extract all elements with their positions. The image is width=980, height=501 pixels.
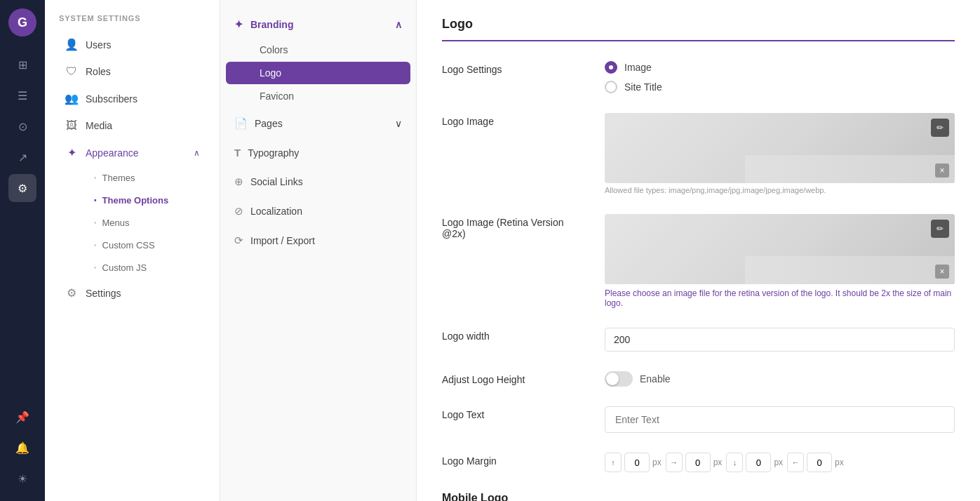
margin-left-arrow[interactable]: ←: [787, 453, 804, 472]
social-links-header[interactable]: ⊕ Social Links: [220, 168, 416, 195]
themes-label: Themes: [102, 173, 135, 183]
typography-header[interactable]: T Typography: [220, 140, 416, 166]
localization-icon: ⊘: [234, 205, 243, 218]
sidebar-item-media[interactable]: 🖼 Media: [51, 112, 214, 139]
margin-left-unit: px: [835, 457, 844, 467]
import-export-section: ⟳ Import / Export: [220, 227, 416, 254]
search-icon[interactable]: ⊙: [8, 112, 36, 140]
radio-image-circle: [605, 61, 617, 74]
logo-image-allowed-types: Allowed file types: image/png,image/jpg,…: [605, 186, 955, 194]
typography-label: Typography: [248, 147, 299, 159]
import-export-label: Import / Export: [250, 235, 315, 246]
theme-options-label: Theme Options: [102, 195, 169, 206]
dashboard-icon[interactable]: ⊞: [8, 51, 36, 79]
localization-header[interactable]: ⊘ Localization: [220, 198, 416, 225]
logo-image-preview: [605, 113, 955, 183]
localization-label: Localization: [250, 206, 302, 217]
typography-section: T Typography: [220, 140, 416, 166]
custom-css-label: Custom CSS: [102, 240, 155, 250]
sidebar-item-users[interactable]: 👤 Users: [51, 31, 214, 58]
logo-width-label: Logo width: [442, 328, 582, 342]
sun-icon[interactable]: ☀: [8, 465, 36, 493]
mobile-logo-heading: Mobile Logo: [442, 492, 955, 501]
margin-top-arrow[interactable]: ↑: [605, 453, 622, 472]
margin-right-input[interactable]: [685, 453, 711, 472]
logo-image-retina-close-button[interactable]: ×: [935, 265, 949, 279]
logo-margin-row: Logo Margin ↑ px → px ↓: [442, 453, 955, 472]
logo-image-retina-label: Logo Image (Retina Version @2x): [442, 214, 582, 239]
social-links-section: ⊕ Social Links: [220, 168, 416, 195]
logo-type-radio-group: Image Site Title: [605, 61, 955, 93]
margin-left-input[interactable]: [807, 453, 832, 472]
logo-image-retina-edit-button[interactable]: ✏: [931, 220, 949, 238]
custom-js-label: Custom JS: [102, 262, 147, 273]
logo-margin-label: Logo Margin: [442, 453, 582, 467]
pin-icon[interactable]: 📌: [8, 403, 36, 431]
adjust-logo-height-toggle-label: Enable: [640, 373, 671, 385]
favicon-item[interactable]: Favicon: [226, 85, 410, 107]
content-icon[interactable]: ☰: [8, 81, 36, 109]
logo-image-upload[interactable]: ✏ ×: [605, 113, 955, 183]
logo-image-retina-hint: Please choose an image file for the reti…: [605, 288, 955, 308]
radio-image[interactable]: Image: [605, 61, 955, 74]
sidebar-sub-custom-js[interactable]: Custom JS: [86, 257, 214, 279]
import-export-header[interactable]: ⟳ Import / Export: [220, 227, 416, 254]
logo-text-input[interactable]: [605, 406, 955, 433]
sidebar-item-media-label: Media: [86, 120, 112, 131]
users-icon: 👤: [65, 38, 79, 51]
adjust-logo-height-toggle[interactable]: [605, 371, 633, 387]
logo-image-label: Logo Image: [442, 113, 582, 127]
logo-item[interactable]: Logo: [226, 62, 410, 84]
logo-image-retina-upload[interactable]: ✏ ×: [605, 214, 955, 284]
margin-right-dir: → px: [666, 453, 723, 472]
sidebar-item-appearance[interactable]: ✦ Appearance ∧: [51, 139, 214, 166]
app-logo[interactable]: G: [8, 8, 36, 36]
adjust-logo-height-row: Adjust Logo Height Enable: [442, 371, 955, 387]
logo-width-row: Logo width: [442, 328, 955, 352]
margin-top-input[interactable]: [624, 453, 650, 472]
pages-icon: 📄: [234, 117, 248, 130]
sidebar-item-subscribers[interactable]: 👥 Subscribers: [51, 85, 214, 112]
sidebar-sub-theme-options[interactable]: Theme Options: [86, 189, 214, 211]
margin-right-arrow[interactable]: →: [666, 453, 683, 472]
import-export-icon: ⟳: [234, 234, 243, 247]
bell-icon[interactable]: 🔔: [8, 434, 36, 462]
sidebar-sub-themes[interactable]: Themes: [86, 167, 214, 189]
logo-section-heading: Logo: [442, 17, 955, 41]
margin-top-dir: ↑ px: [605, 453, 662, 472]
subscribers-icon: 👥: [65, 92, 79, 105]
sidebar-item-roles[interactable]: 🛡 Roles: [51, 58, 214, 85]
logo-width-input[interactable]: [605, 328, 955, 352]
branding-label: Branding: [250, 19, 293, 30]
margin-bottom-input[interactable]: [746, 453, 771, 472]
social-links-icon: ⊕: [234, 175, 243, 188]
pages-chevron: ∨: [395, 118, 402, 129]
sidebar-sub-custom-css[interactable]: Custom CSS: [86, 234, 214, 256]
logo-image-edit-button[interactable]: ✏: [931, 119, 949, 137]
adjust-logo-height-toggle-wrap: Enable: [605, 371, 955, 387]
radio-site-title[interactable]: Site Title: [605, 81, 955, 93]
radio-site-title-circle: [605, 81, 617, 93]
appearance-icon: ✦: [65, 146, 79, 159]
margin-right-unit: px: [713, 457, 723, 467]
margin-bottom-arrow[interactable]: ↓: [726, 453, 743, 472]
logo-image-row: Logo Image ✏ × Allowed file types: image…: [442, 113, 955, 194]
logo-image-retina-preview: [605, 214, 955, 284]
logo-text-label: Logo Text: [442, 406, 582, 420]
sidebar-sub-menus[interactable]: Menus: [86, 212, 214, 234]
sidebar-item-settings-label: Settings: [86, 288, 121, 299]
pages-label: Pages: [255, 118, 283, 129]
margin-top-unit: px: [652, 457, 662, 467]
branding-header[interactable]: ✦ Branding ∧: [220, 11, 416, 38]
media-icon: 🖼: [65, 119, 79, 132]
analytics-icon[interactable]: ↗: [8, 143, 36, 171]
sidebar-item-settings[interactable]: ⚙ Settings: [51, 279, 214, 307]
radio-image-label: Image: [624, 62, 652, 73]
margin-left-dir: ← px: [787, 453, 844, 472]
pages-section: 📄 Pages ∨: [220, 110, 416, 137]
typography-icon: T: [234, 147, 241, 159]
pages-header[interactable]: 📄 Pages ∨: [220, 110, 416, 137]
colors-item[interactable]: Colors: [226, 39, 410, 61]
settings-icon[interactable]: ⚙: [8, 174, 36, 202]
logo-image-close-button[interactable]: ×: [935, 163, 949, 178]
